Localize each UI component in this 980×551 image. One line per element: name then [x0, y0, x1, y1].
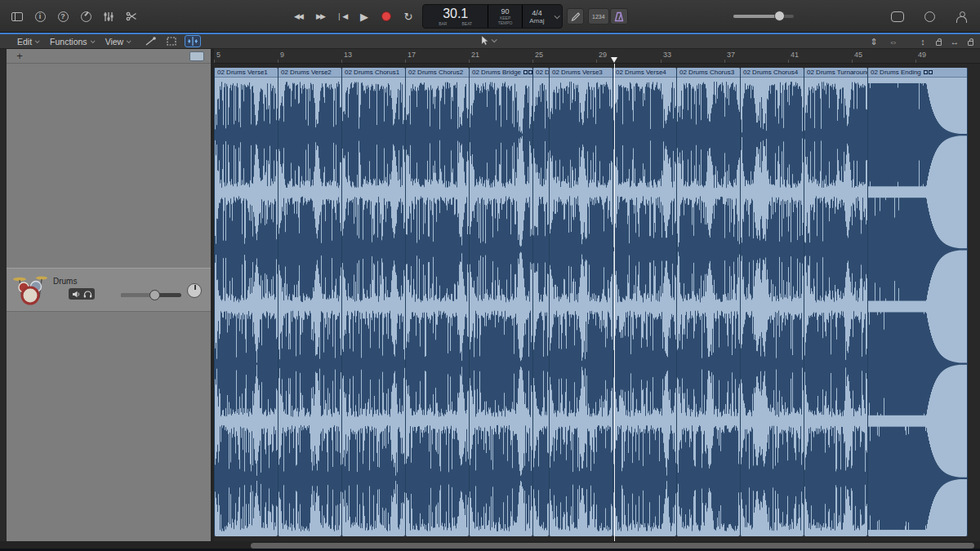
window-left-edge: [0, 49, 7, 541]
pan-knob[interactable]: [187, 283, 202, 298]
loop-browser-icon[interactable]: [919, 7, 940, 26]
lcd-key-section[interactable]: 4/4 Amaj: [523, 5, 551, 28]
waveform: [613, 78, 676, 535]
add-button[interactable]: +: [13, 51, 26, 62]
ruler-tick: [341, 60, 342, 63]
vertical-zoom-icon[interactable]: ↕: [916, 36, 929, 48]
pointer-tool-menu[interactable]: [480, 35, 496, 46]
solo-headphones-icon[interactable]: [82, 290, 92, 298]
region-name: 02 Drums Turnaround: [804, 68, 867, 78]
record-button[interactable]: [376, 6, 397, 27]
lcd-beat-label: BEAT: [461, 21, 472, 26]
lcd-chevron-icon[interactable]: [555, 13, 560, 19]
region-11-02-drums-turnaround[interactable]: 02 Drums Turnaround: [804, 68, 867, 536]
media-browser-icon[interactable]: [951, 7, 972, 26]
waveform: [215, 78, 278, 535]
region-name: 02 Drums Bridge: [470, 68, 532, 78]
ruler-tick: [915, 60, 916, 63]
track-header-drums[interactable]: Drums: [7, 268, 211, 312]
ruler-label-13: 13: [344, 51, 352, 59]
ruler-tick: [214, 60, 215, 63]
track-lane[interactable]: 02 Drums Verse102 Drums Verse202 Drums C…: [214, 64, 980, 541]
marquee-tool-icon[interactable]: [163, 35, 180, 47]
forward-button[interactable]: ▶▶: [310, 6, 331, 27]
playhead-marker[interactable]: [611, 57, 617, 63]
smart-controls-icon[interactable]: [75, 7, 96, 26]
flex-tool-icon[interactable]: [185, 35, 201, 47]
region-4-02-drums-chorus2[interactable]: 02 Drums Chorus2: [405, 68, 469, 536]
lcd-tempo-section[interactable]: 90 KEEP TEMPO: [488, 5, 522, 28]
notes-icon[interactable]: [887, 7, 908, 26]
region-1-02-drums-verse1[interactable]: 02 Drums Verse1: [214, 68, 278, 536]
waveform: [342, 78, 405, 535]
track-volume-thumb[interactable]: [149, 290, 160, 300]
library-icon[interactable]: [7, 7, 28, 26]
menu-view[interactable]: View: [100, 34, 136, 49]
vertical-zoom-lock-icon[interactable]: [936, 41, 942, 46]
editor-tools: [142, 35, 201, 47]
pencil-icon[interactable]: [567, 8, 584, 24]
bar-ruler[interactable]: 5913172125293337414549: [214, 49, 980, 64]
scrollbar-thumb[interactable]: [251, 543, 974, 549]
master-volume-slider[interactable]: [733, 0, 794, 33]
region-name: 02 Drums Verse2: [278, 68, 341, 78]
take-folder-badge-icon: [924, 70, 933, 74]
metronome-icon[interactable]: [610, 8, 628, 24]
waveform: [804, 78, 867, 535]
region-12-02-drums-ending[interactable]: 02 Drums Ending: [867, 68, 968, 536]
ruler-label-33: 33: [663, 51, 671, 59]
region-8-02-drums-verse4[interactable]: 02 Drums Verse4: [612, 68, 676, 536]
ruler-label-21: 21: [471, 51, 479, 59]
transport-controls: ◀◀ ▶▶ ❘◀ ▶ ↻: [287, 0, 419, 33]
ruler-tick: [532, 60, 533, 63]
fade-tool-icon[interactable]: [142, 35, 158, 47]
cycle-button[interactable]: ↻: [398, 6, 419, 27]
inspector-icon[interactable]: i: [29, 7, 51, 26]
take-folder-badge-icon: [523, 70, 532, 74]
editors-icon[interactable]: [121, 7, 142, 26]
waveform: [868, 78, 968, 535]
toolbar-right-icons: [887, 0, 972, 33]
ruler-tick: [405, 60, 406, 63]
region-3-02-drums-chorus1[interactable]: 02 Drums Chorus1: [341, 68, 405, 536]
count-in-button[interactable]: 1234: [588, 8, 609, 24]
logic-window: i ? ◀◀ ▶▶ ❘◀ ▶ ↻ 30.1 BAR BEAT: [0, 0, 980, 551]
region-9-02-drums-chorus3[interactable]: 02 Drums Chorus3: [676, 68, 740, 536]
lcd-tempo-value: 90: [501, 7, 510, 16]
waveform: [550, 78, 612, 535]
rewind-button[interactable]: ◀◀: [287, 6, 309, 27]
lcd-position-section[interactable]: 30.1 BAR BEAT: [423, 5, 488, 28]
region-2-02-drums-verse2[interactable]: 02 Drums Verse2: [278, 68, 341, 536]
horizontal-zoom-lock-icon[interactable]: [968, 41, 973, 46]
ruler-label-5: 5: [216, 51, 220, 59]
mute-speaker-icon[interactable]: [71, 290, 81, 298]
horizontal-scrollbar[interactable]: [0, 541, 980, 551]
menu-functions[interactable]: Functions: [44, 34, 100, 49]
ruler-tick: [788, 60, 789, 63]
ruler-tick: [596, 60, 597, 63]
region-name: 02 Drums Chorus3: [677, 68, 740, 78]
volume-thumb[interactable]: [774, 11, 785, 21]
zoom-controls: ⇕ ⇔ ↕ ↔: [867, 34, 973, 49]
horizontal-zoom-icon[interactable]: ↔: [948, 36, 961, 48]
track-display-toggle-icon[interactable]: [189, 51, 204, 61]
editor-menu-bar: EditFunctionsView ⇕ ⇔ ↕ ↔: [0, 34, 980, 49]
waveform: [677, 78, 740, 535]
playhead-line: [614, 64, 615, 541]
menu-edit[interactable]: Edit: [11, 34, 44, 49]
vertical-fit-icon[interactable]: ⇕: [867, 36, 880, 48]
lcd-display[interactable]: 30.1 BAR BEAT 90 KEEP TEMPO 4/4 Amaj: [422, 4, 563, 29]
track-volume-slider[interactable]: [121, 293, 181, 297]
play-button[interactable]: ▶: [354, 6, 375, 27]
region-10-02-drums-chorus4[interactable]: 02 Drums Chorus4: [740, 68, 804, 536]
mixer-icon[interactable]: [98, 7, 119, 26]
region-6-02-d[interactable]: 02 D: [532, 68, 549, 536]
ruler-label-17: 17: [408, 51, 416, 59]
region-5-02-drums-bridge[interactable]: 02 Drums Bridge: [469, 68, 532, 536]
horizontal-fit-icon[interactable]: ⇔: [887, 36, 900, 48]
ruler-label-37: 37: [727, 51, 735, 59]
region-7-02-drums-verse3[interactable]: 02 Drums Verse3: [549, 68, 612, 536]
waveform: [406, 78, 469, 535]
go-to-beginning-button[interactable]: ❘◀: [332, 6, 353, 27]
quick-help-icon[interactable]: ?: [52, 7, 74, 26]
